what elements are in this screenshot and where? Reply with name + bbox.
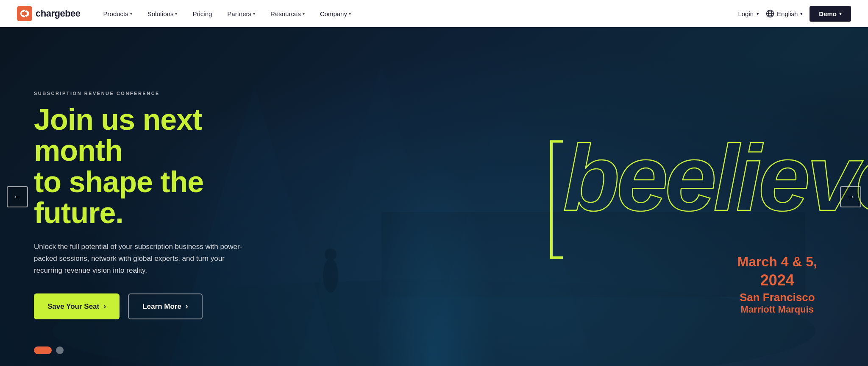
chevron-down-icon: ▾ (175, 11, 177, 16)
event-info: March 4 & 5, 2024 San Francisco Marriott… (737, 254, 817, 315)
navbar: chargebee Products ▾ Solutions ▾ Pricing… (0, 0, 868, 27)
event-city: San Francisco (737, 291, 817, 304)
language-selector[interactable]: English ▾ (766, 9, 803, 18)
carousel-dot-1[interactable] (34, 346, 52, 354)
hero-subtitle: Subscription Revenue Conference (34, 91, 263, 96)
arrow-right-icon: → (846, 192, 855, 201)
chevron-down-icon: ▾ (349, 11, 351, 16)
hero-title: Join us next month to shape the future. (34, 104, 263, 229)
carousel-next-button[interactable]: → (840, 186, 861, 207)
hero-content: Subscription Revenue Conference Join us … (0, 57, 297, 336)
hero-buttons: Save Your Seat › Learn More › (34, 293, 263, 319)
nav-link-resources[interactable]: Resources ▾ (264, 7, 311, 21)
nav-link-solutions[interactable]: Solutions ▾ (142, 7, 184, 21)
event-year: 2024 (737, 271, 817, 289)
svg-rect-13 (550, 140, 553, 259)
hero-section: Subscription Revenue Conference Join us … (0, 0, 868, 366)
carousel-dots (34, 346, 64, 354)
chargebee-logo-icon (17, 6, 32, 21)
chevron-down-icon: ▾ (757, 11, 759, 17)
nav-link-products[interactable]: Products ▾ (97, 7, 138, 21)
bracket-accent (537, 140, 563, 259)
carousel-dot-2[interactable] (56, 346, 64, 354)
event-venue: Marriott Marquis (737, 304, 817, 315)
svg-rect-15 (550, 256, 563, 259)
carousel-prev-button[interactable]: ← (7, 186, 28, 207)
nav-link-company[interactable]: Company ▾ (314, 7, 357, 21)
nav-link-partners[interactable]: Partners ▾ (221, 7, 261, 21)
chevron-down-icon: ▾ (839, 11, 842, 17)
beelieve-graphic: beelieve (563, 131, 868, 267)
save-your-seat-button[interactable]: Save Your Seat › (34, 293, 120, 319)
chevron-down-icon: ▾ (800, 11, 803, 17)
event-date: March 4 & 5, (737, 254, 817, 270)
beelieve-text: beelieve (563, 131, 868, 225)
nav-links: Products ▾ Solutions ▾ Pricing Partners … (97, 7, 738, 21)
svg-rect-0 (17, 6, 32, 21)
demo-button[interactable]: Demo ▾ (810, 6, 851, 22)
nav-right: Login ▾ English ▾ Demo ▾ (738, 6, 851, 22)
login-button[interactable]: Login ▾ (738, 10, 759, 17)
arrow-right-icon: › (103, 302, 106, 311)
nav-link-pricing[interactable]: Pricing (186, 7, 218, 21)
arrow-right-icon: › (186, 302, 188, 311)
chevron-down-icon: ▾ (303, 11, 305, 16)
logo-link[interactable]: chargebee (17, 6, 81, 21)
chevron-down-icon: ▾ (253, 11, 255, 16)
globe-icon (766, 9, 774, 18)
svg-rect-14 (550, 140, 563, 142)
chevron-down-icon: ▾ (130, 11, 132, 16)
learn-more-button[interactable]: Learn More › (128, 293, 203, 319)
arrow-left-icon: ← (13, 192, 22, 201)
logo-text: chargebee (36, 8, 81, 19)
hero-description: Unlock the full potential of your subscr… (34, 241, 254, 277)
